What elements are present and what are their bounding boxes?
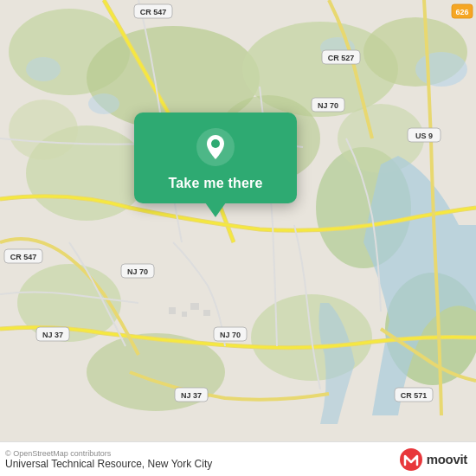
popup-card[interactable]: Take me there bbox=[134, 113, 297, 203]
location-pin-icon bbox=[196, 128, 235, 166]
svg-rect-21 bbox=[203, 310, 210, 316]
svg-point-45 bbox=[211, 139, 220, 148]
svg-text:CR 571: CR 571 bbox=[401, 391, 428, 400]
svg-point-12 bbox=[9, 100, 78, 160]
map-svg: CR 547 CR 527 NJ 70 NJ 70 NJ 70 CR 547 N… bbox=[0, 0, 476, 441]
svg-point-14 bbox=[415, 52, 467, 87]
moovit-icon bbox=[399, 447, 423, 472]
svg-text:CR 527: CR 527 bbox=[328, 54, 355, 62]
moovit-logo: moovit bbox=[399, 447, 467, 472]
svg-point-46 bbox=[400, 448, 422, 471]
svg-text:NJ 37: NJ 37 bbox=[181, 391, 202, 400]
svg-text:NJ 70: NJ 70 bbox=[127, 267, 148, 276]
svg-rect-19 bbox=[182, 312, 187, 317]
svg-text:626: 626 bbox=[455, 8, 468, 16]
svg-rect-20 bbox=[190, 303, 199, 310]
svg-text:US 9: US 9 bbox=[415, 132, 433, 140]
map-container: CR 547 CR 527 NJ 70 NJ 70 NJ 70 CR 547 N… bbox=[0, 0, 476, 441]
location-label: Universal Technical Resource, New York C… bbox=[5, 458, 212, 470]
svg-point-16 bbox=[26, 57, 61, 81]
svg-text:CR 547: CR 547 bbox=[10, 253, 37, 261]
bottom-bar: © OpenStreetMap contributors Universal T… bbox=[0, 441, 476, 476]
svg-point-17 bbox=[88, 93, 119, 114]
attribution-section: © OpenStreetMap contributors Universal T… bbox=[5, 449, 212, 470]
osm-credit-text: © OpenStreetMap contributors bbox=[5, 449, 212, 458]
take-me-there-button[interactable]: Take me there bbox=[168, 175, 262, 191]
svg-rect-18 bbox=[169, 307, 176, 314]
svg-text:NJ 70: NJ 70 bbox=[220, 331, 241, 339]
svg-text:NJ 70: NJ 70 bbox=[318, 101, 338, 110]
svg-text:CR 547: CR 547 bbox=[140, 8, 167, 16]
svg-text:NJ 37: NJ 37 bbox=[42, 331, 63, 339]
moovit-text: moovit bbox=[427, 452, 467, 466]
